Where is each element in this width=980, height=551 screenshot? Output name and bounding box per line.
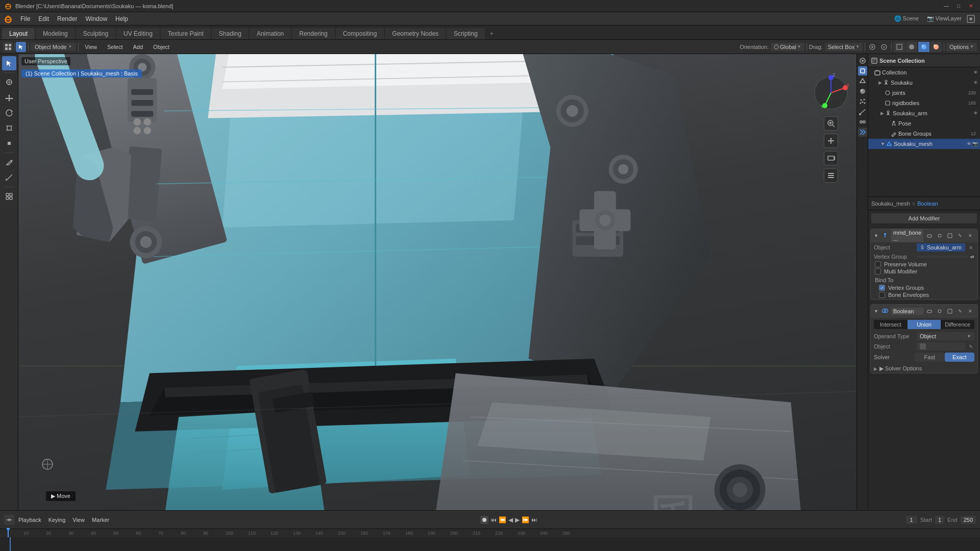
bool-object-edit[interactable]: ✎ (967, 343, 974, 350)
orientation-dropdown[interactable]: Global ▼ (771, 43, 804, 51)
outliner-soukaku-row[interactable]: ▶ Soukaku 👁 (868, 78, 980, 88)
operand-type-value[interactable]: Object ▼ (917, 332, 974, 340)
outliner-arm-actions[interactable]: 👁 (973, 111, 978, 116)
solver-options-row[interactable]: ▶ ▶ Solver Options (871, 364, 977, 373)
current-frame-display[interactable]: 1 (906, 517, 917, 523)
mmd-modifier-name[interactable]: mmd_bone ... (891, 229, 923, 242)
bool-render-btn[interactable] (936, 307, 944, 315)
menu-edit[interactable]: Edit (34, 14, 53, 24)
add-modifier-button[interactable]: Add Modifier (871, 213, 977, 223)
tab-layout[interactable]: Layout (2, 28, 35, 39)
vg-swap-btn[interactable]: ⇄ (970, 254, 974, 259)
tool-move[interactable] (2, 90, 16, 105)
frame-display[interactable] (480, 516, 488, 524)
timeline-editor-type[interactable] (4, 515, 14, 525)
tab-modeling[interactable]: Modeling (36, 28, 75, 39)
mesh-expand-arrow[interactable]: ▼ (880, 141, 885, 146)
playback-controls[interactable]: ⏮ ⏪ ◀ ▶ ⏩ ⏭ (480, 516, 537, 524)
shading-solid[interactable] (906, 42, 917, 52)
shading-material[interactable] (918, 42, 929, 52)
mmd-vertexgroup-value[interactable] (917, 256, 968, 258)
bool-object-value[interactable] (917, 342, 965, 350)
outliner-rigidbodies-row[interactable]: rigidbodies 165 (868, 98, 980, 108)
tab-rendering[interactable]: Rendering (292, 28, 334, 39)
vp-select-menu[interactable]: Select (103, 43, 127, 51)
outliner-mesh-actions[interactable]: 👁 📷 (967, 141, 978, 146)
step-forward-btn[interactable]: ⏩ (522, 516, 529, 523)
menu-file[interactable]: File (16, 14, 34, 24)
expand-arrow[interactable]: ▶ (878, 80, 882, 85)
mesh-vis[interactable]: 👁 (967, 141, 971, 146)
vp-view-menu[interactable]: View (81, 43, 101, 51)
menu-render[interactable]: Render (53, 14, 81, 24)
maximize-button[interactable]: □ (953, 2, 964, 10)
mmd-object-clear[interactable]: ✕ (967, 244, 974, 251)
visibility-toggle[interactable]: 👁 (973, 70, 978, 75)
zoom-gizmo-btn[interactable] (824, 116, 838, 131)
bool-modifier-name[interactable]: Boolean (891, 308, 923, 315)
titlebar-controls[interactable]: — □ ✕ (941, 2, 976, 10)
menu-window[interactable]: Window (81, 14, 111, 24)
marker-menu[interactable]: Marker (89, 516, 112, 524)
vertex-group-controls[interactable]: ⇄ (970, 254, 974, 259)
camera-perspective-btn[interactable] (824, 151, 838, 165)
step-back-btn[interactable]: ⏪ (499, 516, 506, 523)
mmd-edit-btn[interactable]: ✎ (956, 232, 964, 240)
play-reverse-btn[interactable]: ◀ (508, 516, 513, 523)
properties-object-icon[interactable] (858, 66, 867, 76)
multi-modifier-checkbox[interactable] (875, 268, 881, 274)
menu-scene[interactable]: 🌐 Scene (890, 14, 923, 23)
menu-viewlayer[interactable]: 📷 ViewLayer (923, 14, 966, 23)
bool-edit-btn[interactable]: ✎ (956, 307, 964, 315)
tab-compositing[interactable]: Compositing (336, 28, 384, 39)
arm-vis-toggle[interactable]: 👁 (973, 111, 978, 116)
tool-annotate[interactable] (2, 155, 16, 169)
properties-material-icon[interactable] (858, 87, 867, 96)
shading-wireframe[interactable] (894, 42, 905, 52)
mmd-collapse-btn[interactable]: ▼ (874, 233, 879, 238)
mmd-camera-btn[interactable] (925, 232, 934, 240)
viewport-wrapper[interactable]: 風 User Perspective (1) Scene Collection (18, 54, 856, 510)
tool-scale[interactable] (2, 121, 16, 135)
tool-select[interactable] (2, 56, 16, 70)
bool-camera-btn[interactable] (925, 307, 934, 315)
start-frame-field[interactable]: 1 (935, 516, 944, 524)
play-forward-btn[interactable]: ▶ (515, 516, 520, 523)
shading-rendered[interactable] (930, 42, 942, 52)
tool-add[interactable] (2, 189, 16, 204)
end-frame-field[interactable]: 250 (961, 516, 976, 524)
screen-options-icon[interactable] (967, 15, 975, 23)
intersect-tab[interactable]: Intersect (874, 320, 908, 329)
tab-uv-editing[interactable]: UV Editing (116, 28, 160, 39)
tool-cursor[interactable] (2, 75, 16, 89)
outliner-joints-row[interactable]: joints 230 (868, 88, 980, 98)
vp-object-menu[interactable]: Object (149, 43, 174, 51)
outliner-collection-row[interactable]: Collection 👁 (868, 67, 980, 78)
bool-realtime-btn[interactable] (946, 307, 954, 315)
tool-rotate[interactable] (2, 106, 16, 120)
vp-add-menu[interactable]: Add (129, 43, 148, 51)
close-button[interactable]: ✕ (966, 2, 976, 10)
solver-exact-btn[interactable]: Exact (945, 353, 975, 362)
select-tool-btn[interactable] (16, 42, 26, 52)
solver-fast-btn[interactable]: Fast (915, 353, 945, 362)
keying-menu[interactable]: Keying (45, 516, 69, 524)
bool-collapse-btn[interactable]: ▼ (874, 309, 879, 314)
mmd-realtime-btn[interactable] (946, 232, 954, 240)
mesh-render[interactable]: 📷 (972, 141, 978, 146)
tab-scripting[interactable]: Scripting (447, 28, 485, 39)
outliner-row-actions[interactable]: 👁 (973, 70, 978, 75)
tool-measure[interactable] (2, 170, 16, 185)
tab-sculpting[interactable]: Sculpting (76, 28, 115, 39)
tool-transform[interactable] (2, 136, 16, 151)
minimize-button[interactable]: — (941, 2, 951, 10)
tab-animation[interactable]: Animation (250, 28, 291, 39)
outliner-bone-groups-row[interactable]: Bone Groups 12 (868, 129, 980, 139)
properties-scene-icon[interactable] (858, 56, 867, 65)
mmd-render-btn[interactable] (936, 232, 944, 240)
menu-help[interactable]: Help (111, 14, 132, 24)
outliner-soukaku-arm-row[interactable]: ▶ Soukaku_arm 👁 (868, 108, 980, 118)
pan-gizmo-btn[interactable] (824, 134, 838, 148)
difference-tab[interactable]: Difference (941, 320, 974, 329)
object-list-btn[interactable] (824, 168, 838, 183)
